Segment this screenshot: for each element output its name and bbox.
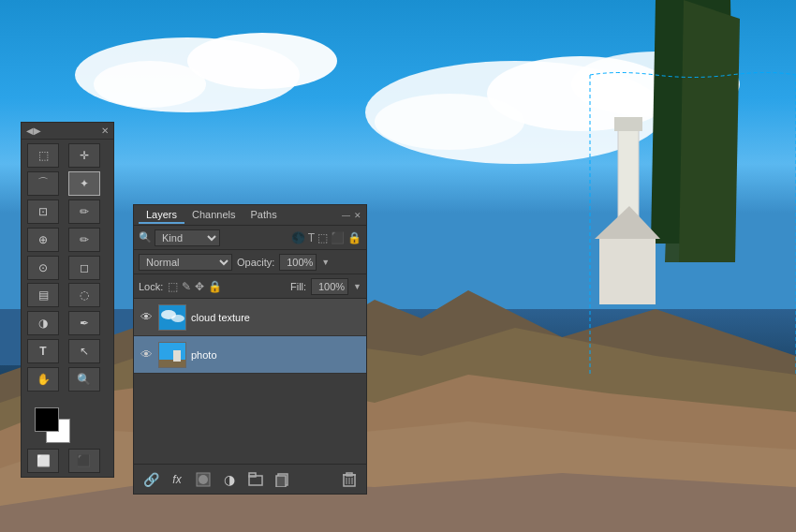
panel-close-icon[interactable]: ✕: [354, 211, 361, 220]
filter-text-icon[interactable]: T: [308, 231, 315, 244]
filter-shape-icon[interactable]: ⬚: [317, 231, 328, 244]
layer-name-photo: photo: [191, 349, 361, 361]
move-tool[interactable]: ✛: [68, 143, 100, 168]
tools-grid: ⬚ ✛ ⌒ ✦ ⊡ ✏ ⊕ ✏ ⊙ ◻ ▤ ◌ ◑ ✒ T ↖ ✋ 🔍: [22, 140, 113, 398]
new-layer-button[interactable]: [273, 470, 291, 489]
layer-thumb-cloud: [158, 304, 186, 331]
opacity-input[interactable]: [279, 254, 317, 271]
svg-marker-15: [665, 0, 721, 262]
lock-row: Lock: ⬚ ✎ ✥ 🔒 Fill: ▼: [134, 274, 366, 299]
screen-mode-button[interactable]: ⬜: [27, 449, 59, 473]
lock-all-icon[interactable]: 🔒: [208, 280, 222, 293]
svg-point-7: [571, 52, 740, 117]
toolbar-collapse-icons[interactable]: ◀▶: [26, 126, 41, 136]
new-group-button[interactable]: [246, 470, 265, 489]
svg-point-6: [375, 94, 524, 150]
layer-name-cloud: cloud texture: [191, 312, 361, 323]
fill-arrow-icon[interactable]: ▼: [353, 282, 361, 291]
filter-lock-icon[interactable]: 🔒: [347, 231, 361, 244]
adjustment-layer-button[interactable]: ◑: [220, 470, 239, 489]
healing-tool[interactable]: ⊕: [27, 228, 59, 252]
fill-input[interactable]: [311, 278, 348, 295]
svg-point-25: [171, 315, 184, 322]
collapse-icon[interactable]: ◀▶: [26, 126, 41, 136]
lock-move-icon[interactable]: ✥: [195, 280, 204, 293]
svg-point-2: [187, 33, 337, 89]
layers-panel: Layers Channels Paths — ✕ 🔍 Kind 🌑 T ⬚ ⬛…: [133, 204, 367, 495]
lock-transparent-icon[interactable]: ⬚: [168, 280, 178, 293]
filter-search-icon: 🔍: [139, 231, 152, 244]
svg-rect-34: [276, 476, 286, 487]
layer-mask-button[interactable]: [194, 470, 213, 489]
background-photo: [0, 0, 796, 532]
svg-rect-19: [614, 117, 642, 131]
magic-wand-tool[interactable]: ✦: [68, 171, 100, 196]
eyedropper-tool[interactable]: ✏: [68, 200, 100, 224]
layers-bottom-toolbar: 🔗 fx ◑: [134, 464, 366, 494]
toolbar-header: ◀▶ ✕: [22, 123, 113, 140]
panel-header-icons: — ✕: [342, 211, 361, 220]
opacity-arrow-icon[interactable]: ▼: [321, 258, 330, 267]
filter-pixel-icon[interactable]: 🌑: [291, 231, 305, 244]
gradient-tool[interactable]: ▤: [27, 283, 59, 307]
svg-marker-16: [651, 0, 735, 244]
quick-mask-button[interactable]: ⬛: [68, 449, 100, 473]
blur-tool[interactable]: ◌: [68, 283, 100, 307]
layer-thumb-photo: [158, 342, 186, 368]
blend-mode-select[interactable]: Normal Dissolve Multiply Screen Overlay: [139, 254, 232, 271]
layers-list: 👁 cloud texture 👁 photo: [134, 299, 366, 464]
toolbar-panel: ◀▶ ✕ ⬚ ✛ ⌒ ✦ ⊡ ✏ ⊕ ✏ ⊙ ◻ ▤ ◌ ◑ ✒ T ↖ ✋ 🔍: [21, 122, 114, 478]
foreground-color[interactable]: [35, 407, 59, 432]
panel-minimize-icon[interactable]: —: [342, 211, 350, 220]
svg-rect-21: [599, 239, 656, 304]
svg-marker-17: [679, 0, 740, 262]
lock-paint-icon[interactable]: ✎: [182, 280, 191, 293]
svg-marker-13: [0, 421, 796, 532]
svg-marker-12: [0, 375, 796, 532]
svg-point-5: [487, 56, 674, 131]
eraser-tool[interactable]: ◻: [68, 256, 100, 280]
path-selection-tool[interactable]: ↖: [68, 339, 100, 363]
layer-item-cloud-texture[interactable]: 👁 cloud texture: [134, 299, 366, 336]
scene-svg: [0, 0, 796, 532]
lock-icons: ⬚ ✎ ✥ 🔒: [168, 280, 222, 293]
lasso-tool[interactable]: ⌒: [27, 171, 59, 196]
layer-visibility-cloud[interactable]: 👁: [139, 310, 154, 325]
delete-layer-button[interactable]: [340, 470, 359, 489]
svg-rect-18: [618, 122, 639, 234]
tab-paths[interactable]: Paths: [243, 207, 285, 224]
marquee-tool[interactable]: ⬚: [27, 143, 59, 168]
filter-type-icons: 🌑 T ⬚ ⬛ 🔒: [291, 231, 361, 244]
toolbar-close-button[interactable]: ✕: [101, 126, 109, 136]
clone-tool[interactable]: ⊙: [27, 256, 59, 280]
svg-marker-11: [0, 328, 796, 532]
svg-rect-20: [611, 225, 646, 244]
opacity-label: Opacity:: [237, 257, 274, 268]
tab-layers[interactable]: Layers: [139, 207, 184, 224]
filter-type-select[interactable]: Kind: [155, 229, 220, 246]
svg-marker-22: [595, 206, 660, 239]
link-layers-button[interactable]: 🔗: [141, 470, 160, 489]
hand-tool[interactable]: ✋: [27, 367, 59, 392]
layers-tabs: Layers Channels Paths: [139, 207, 285, 224]
pen-tool[interactable]: ✒: [68, 311, 100, 335]
tab-channels[interactable]: Channels: [184, 207, 243, 224]
svg-rect-0: [0, 0, 796, 328]
color-swatches: [22, 398, 113, 445]
svg-rect-28: [173, 350, 181, 362]
dodge-tool[interactable]: ◑: [27, 311, 59, 335]
zoom-tool[interactable]: 🔍: [68, 367, 100, 392]
text-tool[interactable]: T: [27, 339, 59, 363]
lock-label: Lock:: [139, 281, 163, 292]
blend-mode-row: Normal Dissolve Multiply Screen Overlay …: [134, 250, 366, 274]
layer-style-button[interactable]: fx: [168, 470, 186, 489]
filter-smart-icon[interactable]: ⬛: [331, 231, 345, 244]
svg-rect-27: [159, 360, 186, 368]
layer-item-photo[interactable]: 👁 photo: [134, 336, 366, 374]
crop-tool[interactable]: ⊡: [27, 200, 59, 224]
svg-point-1: [75, 37, 300, 112]
brush-tool[interactable]: ✏: [68, 228, 100, 252]
svg-point-4: [365, 61, 665, 164]
layer-visibility-photo[interactable]: 👁: [139, 347, 154, 362]
svg-point-3: [94, 61, 206, 108]
